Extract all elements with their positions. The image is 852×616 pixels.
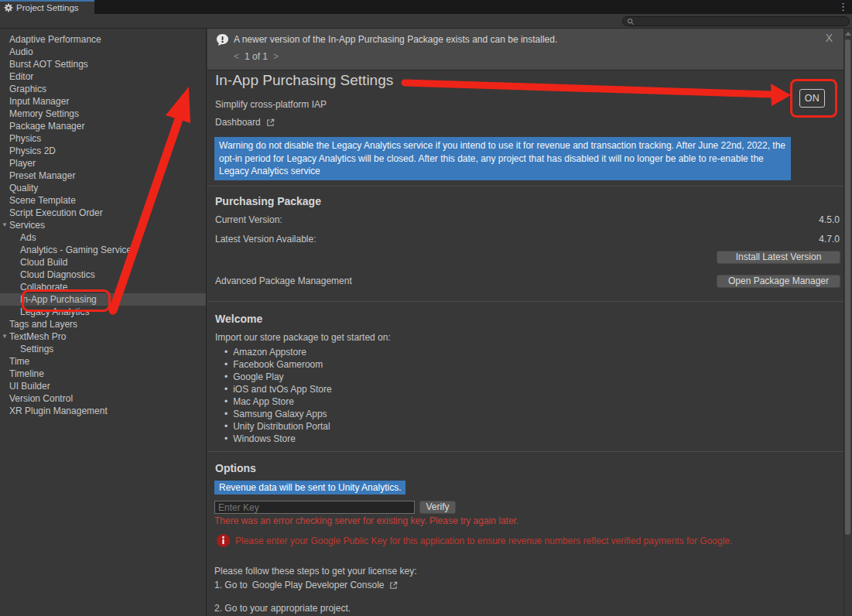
sidebar-item-label: TextMesh Pro [9,330,66,343]
sidebar-item-label: Tags and Layers [9,318,77,330]
page-subtitle: Simplify cross-platform IAP [215,99,327,110]
sidebar-item[interactable]: ▼ Cloud Build [0,256,206,269]
sidebar-item[interactable]: ▼ Collaborate [0,281,206,293]
kebab-menu-icon[interactable]: ⋮ [838,0,848,14]
scroll-up-icon[interactable] [845,32,851,36]
pager-next-icon[interactable]: > [273,51,279,62]
sidebar-item[interactable]: ▼ Preset Manager [0,169,206,182]
sidebar-item[interactable]: ▼ Quality [0,182,206,194]
sidebar-item-label: Player [9,157,36,169]
open-package-manager-button[interactable]: Open Package Manager [717,275,840,288]
sidebar-item-label: Burst AOT Settings [9,58,88,70]
sidebar-item-label: Timeline [9,368,44,380]
step-1-prefix: 1. Go to [214,580,248,590]
sidebar-item[interactable]: ▼ Player [0,157,206,169]
sidebar-item-label: Scene Template [9,194,76,207]
sidebar-item[interactable]: ▼ Script Execution Order [0,207,206,219]
sidebar-item-label: Time [9,355,29,368]
sidebar-item[interactable]: ▼ Input Manager [0,95,206,108]
sidebar-item[interactable]: ▼ Physics [0,132,206,145]
sidebar-item-label: Graphics [9,83,46,95]
sidebar-item-label: Script Execution Order [9,207,103,219]
section-divider [207,451,843,452]
search-box[interactable] [622,16,850,26]
iap-enabled-toggle[interactable]: ON [799,89,825,108]
annotation-arrow-to-toggle [405,83,791,106]
sidebar-item[interactable]: ▼ Tags and Layers [0,318,206,330]
sidebar-item[interactable]: ▼ Graphics [0,83,206,95]
sidebar-item[interactable]: ▼ Physics 2D [0,145,206,157]
step-1: 1. Go to Google Play Developer Console [214,580,399,590]
sidebar-item[interactable]: ▼ TextMesh Pro [0,330,206,343]
store-name: Windows Store [233,433,296,444]
gear-icon [4,3,13,12]
sidebar-item-label: Physics 2D [9,145,56,157]
sidebar-item[interactable]: ▼ Legacy Analytics [0,306,206,318]
scrollbar-thumb[interactable] [845,39,850,535]
foldout-icon[interactable]: ▼ [2,219,9,231]
verify-button[interactable]: Verify [419,501,456,514]
sidebar-item[interactable]: ▼ Burst AOT Settings [0,58,206,70]
banner-pager: < 1 of 1 > [234,51,279,62]
license-steps-intro: Please follow these steps to get your li… [214,566,416,577]
sidebar-item[interactable]: ▼ XR Plugin Management [0,405,206,417]
pager-label: 1 of 1 [245,51,268,62]
store-list-item: Unity Distribution Portal [224,420,332,433]
store-list-item: Amazon Appstore [224,346,332,358]
sidebar-item[interactable]: ▼ Timeline [0,368,206,380]
search-input[interactable] [635,17,849,26]
vertical-scrollbar[interactable] [843,29,852,616]
sidebar-item[interactable]: ▼ Audio [0,46,206,58]
sidebar-item[interactable]: ▼ Analytics - Gaming Services [0,244,206,256]
legacy-analytics-warning: Warning do not disable the Legacy Analyt… [214,137,791,180]
google-key-input[interactable] [214,501,415,514]
install-latest-version-button[interactable]: Install Latest Version [717,251,840,264]
options-heading: Options [215,462,256,474]
sidebar-item-label: XR Plugin Management [9,405,108,417]
sidebar-item[interactable]: ▼ Package Manager [0,120,206,132]
settings-sidebar: ▼ Adaptive Performance ▼ Audio ▼ Burst A… [0,29,207,616]
tab-project-settings[interactable]: Project Settings [0,0,94,14]
sidebar-item[interactable]: ▼ Version Control [0,392,206,405]
sidebar-item[interactable]: ▼ Time [0,355,206,368]
sidebar-item[interactable]: ▼ Ads [0,231,206,244]
latest-version-label: Latest Version Available: [215,234,317,245]
analytics-revenue-note: Revenue data will be sent to Unity Analy… [214,481,405,495]
sidebar-item[interactable]: ▼ Cloud Diagnostics [0,269,206,281]
sidebar-item-label: Ads [20,231,36,244]
sidebar-item-label: Physics [9,132,41,145]
current-version-label: Current Version: [215,214,282,225]
speech-bubble-alert-icon [216,33,229,49]
store-name: Google Play [233,371,283,382]
sidebar-item[interactable]: ▼ Editor [0,70,206,83]
sidebar-item[interactable]: ▼ Services [0,219,206,231]
banner-close-icon[interactable]: X [826,32,833,44]
sidebar-item-label: Quality [9,182,38,194]
store-list-item: iOS and tvOs App Store [224,383,332,395]
sidebar-item[interactable]: ▼ Scene Template [0,194,206,207]
key-check-error-text: There was an error checking server for e… [214,515,518,526]
sidebar-item-label: Cloud Build [20,256,67,269]
sidebar-item[interactable]: ▼ In-App Purchasing [0,293,206,306]
sidebar-item-label: Collaborate [20,281,67,293]
pager-prev-icon[interactable]: < [234,51,239,62]
dashboard-link[interactable]: Dashboard [215,117,275,128]
sidebar-item-label: UI Builder [9,380,50,392]
google-public-key-warning: Please enter your Google Public Key for … [235,536,732,546]
sidebar-item-label: In-App Purchasing [20,293,97,306]
sidebar-item-label: Analytics - Gaming Services [20,244,136,256]
update-notification-banner: A newer version of the In-App Purchasing… [207,29,843,70]
sidebar-item-label: Preset Manager [9,169,75,182]
sidebar-item[interactable]: ▼ UI Builder [0,380,206,392]
dashboard-label: Dashboard [215,117,261,128]
latest-version-value: 4.7.0 [819,234,840,245]
store-list-item: Facebook Gameroom [224,358,332,371]
foldout-icon[interactable]: ▼ [2,330,9,343]
sidebar-item[interactable]: ▼ Memory Settings [0,108,206,120]
store-name: Mac App Store [233,396,294,407]
store-list-item: Mac App Store [224,395,332,408]
google-play-console-link[interactable]: Google Play Developer Console [252,580,385,590]
step-2: 2. Go to your appropriate project. [214,603,351,614]
sidebar-item[interactable]: ▼ Settings [0,343,206,355]
sidebar-item[interactable]: ▼ Adaptive Performance [0,33,206,46]
